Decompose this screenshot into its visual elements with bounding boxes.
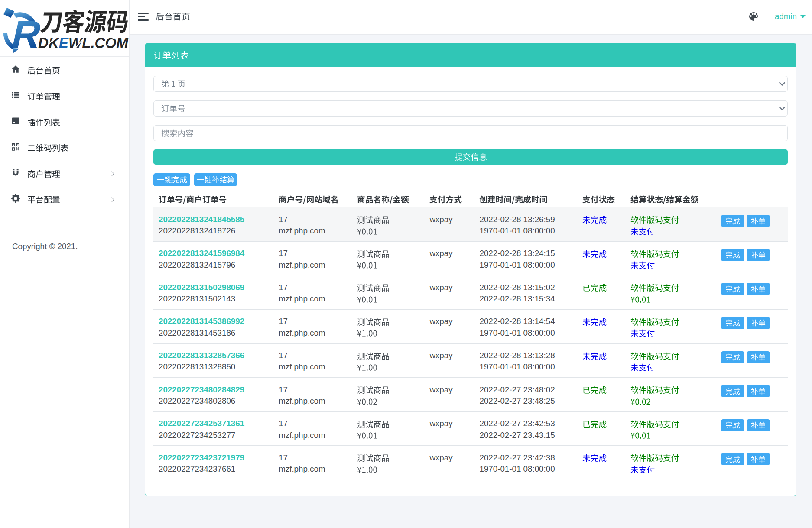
svg-text:E: E [59,34,69,52]
svg-text:WL.COM: WL.COM [68,34,129,52]
svg-text:DK: DK [38,34,60,52]
